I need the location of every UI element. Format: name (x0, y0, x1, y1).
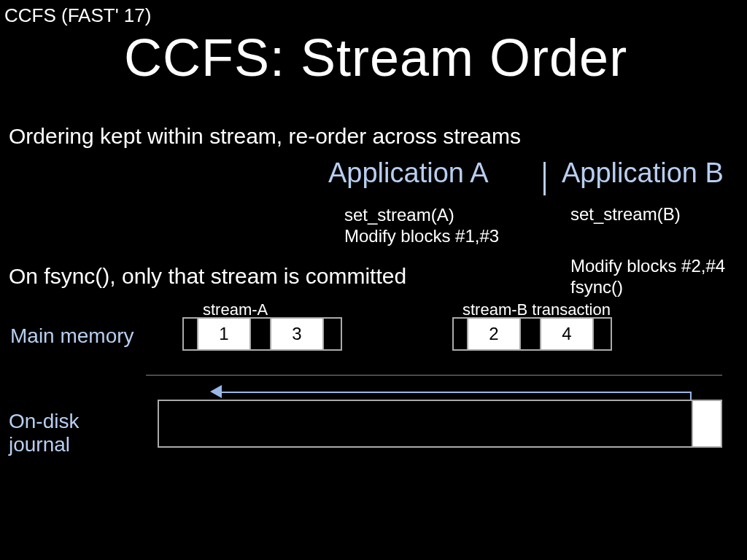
slide-title: CCFS: Stream Order (124, 28, 627, 88)
app-a-code: set_stream(A) Modify blocks #1,#3 (344, 204, 499, 247)
app-a-modify: Modify blocks #1,#3 (344, 225, 499, 246)
main-memory-label: Main memory (10, 324, 134, 348)
block-1: 1 (197, 317, 251, 351)
app-b-heading: Application B (562, 158, 724, 189)
commit-arrow-shaft (219, 392, 690, 393)
on-disk-journal-label: On-disk journal (9, 410, 79, 456)
app-b-code: Modify blocks #2,#4 fsync() (570, 255, 725, 298)
commit-arrow-head-icon (210, 385, 222, 398)
app-b-fsync: fsync() (570, 276, 725, 298)
app-a-heading: Application A (328, 158, 489, 189)
block-4: 4 (540, 317, 594, 351)
fsync-statement: On fsync(), only that stream is committe… (9, 264, 406, 289)
app-divider (543, 162, 546, 195)
app-b-setstream: set_stream(B) (570, 204, 681, 225)
slide-context: CCFS (FAST' 17) (4, 4, 151, 27)
journal-box (158, 400, 722, 448)
app-a-setstream: set_stream(A) (344, 204, 499, 225)
block-3: 3 (270, 317, 324, 351)
journal-head-block (692, 400, 722, 448)
commit-arrow-segment (690, 392, 692, 400)
slide-subtitle: Ordering kept within stream, re-order ac… (9, 124, 521, 149)
block-2: 2 (467, 317, 521, 351)
memory-disk-divider (146, 375, 722, 376)
app-b-modify: Modify blocks #2,#4 (570, 255, 725, 276)
